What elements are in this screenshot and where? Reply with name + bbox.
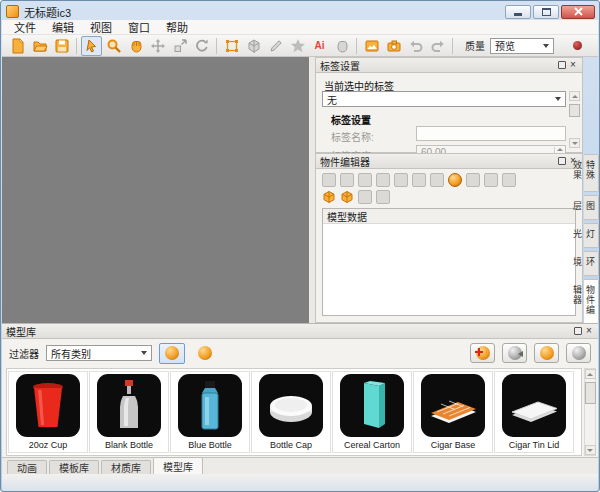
menu-help[interactable]: 帮助: [158, 19, 196, 35]
grab-tool-icon[interactable]: [331, 36, 352, 56]
thumbnail-label: 20oz Cup: [29, 440, 68, 450]
editor-tool-icon[interactable]: [502, 173, 516, 187]
editor-tool-icon[interactable]: [376, 173, 390, 187]
list-item[interactable]: Bottle Cap: [251, 371, 331, 453]
toolbar-separator: [356, 38, 357, 54]
draw-pen-icon[interactable]: [265, 36, 286, 56]
scroll-down-icon[interactable]: [569, 138, 580, 148]
menu-view[interactable]: 视图: [82, 19, 120, 35]
editor-tool-icon[interactable]: [394, 173, 408, 187]
extrude-3d-icon[interactable]: [243, 36, 264, 56]
list-item[interactable]: Blue Bottle: [170, 371, 250, 453]
maximize-button[interactable]: [533, 5, 559, 19]
tab-material-library[interactable]: 材质库: [101, 460, 151, 474]
camera-icon[interactable]: [383, 36, 404, 56]
menu-file[interactable]: 文件: [6, 19, 44, 35]
new-document-icon[interactable]: [7, 36, 28, 56]
ai-import-icon[interactable]: Ai: [309, 36, 330, 56]
scroll-down-icon[interactable]: [585, 445, 596, 455]
viewport-canvas[interactable]: [2, 57, 309, 323]
titlebar: 无标题ic3: [1, 1, 599, 20]
panel-close-icon[interactable]: ×: [570, 61, 578, 70]
star-shape-icon[interactable]: [287, 36, 308, 56]
panel-scrollbar[interactable]: [569, 91, 580, 148]
scroll-up-icon[interactable]: [569, 91, 580, 101]
snapshot-image-icon[interactable]: [361, 36, 382, 56]
list-item[interactable]: 20oz Cup: [8, 371, 88, 453]
orange-cube-icon[interactable]: [340, 190, 354, 208]
pan-hand-icon[interactable]: [125, 36, 146, 56]
scroll-thumb[interactable]: [585, 382, 596, 404]
pin-icon[interactable]: [558, 157, 566, 165]
undo-icon[interactable]: [405, 36, 426, 56]
maximize-icon: [542, 8, 551, 16]
delete-model-button[interactable]: [566, 343, 591, 363]
model-view-toggle[interactable]: [192, 343, 218, 364]
transform-box-icon[interactable]: [221, 36, 242, 56]
label-settings-group-title: 标签设置: [331, 112, 371, 127]
chevron-down-icon: [543, 44, 549, 48]
save-icon[interactable]: [51, 36, 72, 56]
quality-dropdown[interactable]: 预览: [490, 38, 554, 54]
tab-template-library[interactable]: 模板库: [49, 460, 99, 474]
scroll-thumb[interactable]: [569, 104, 580, 117]
rotate-tool-icon[interactable]: [191, 36, 212, 56]
side-tab-lights[interactable]: 灯光: [584, 223, 599, 248]
panel-close-icon[interactable]: ×: [586, 327, 594, 336]
editor-tool-icon[interactable]: [358, 190, 372, 204]
category-filter-value: 所有类别: [51, 346, 91, 361]
list-item[interactable]: Cigar Base: [413, 371, 493, 453]
editor-tool-icon[interactable]: [430, 173, 444, 187]
editor-tool-icon[interactable]: [322, 173, 336, 187]
tab-model-library[interactable]: 模型库: [153, 457, 203, 474]
side-tab-layers[interactable]: 图层: [584, 195, 599, 220]
import-model-button[interactable]: [502, 343, 527, 363]
orange-ball-icon[interactable]: [448, 173, 462, 187]
side-tab-special-effects[interactable]: 特殊效果: [584, 154, 599, 192]
select-tool-icon[interactable]: [81, 36, 102, 56]
side-tab-environment[interactable]: 环境: [584, 251, 599, 276]
list-item[interactable]: Cereal Carton: [332, 371, 412, 453]
toolbar-separator: [76, 38, 77, 54]
close-icon: [574, 7, 583, 16]
redo-icon[interactable]: [427, 36, 448, 56]
side-tab-strip: 特殊效果 图层 灯光 环境 物件编辑器: [584, 154, 599, 324]
editor-tool-icon[interactable]: [358, 173, 372, 187]
thumbnail-label: Blank Bottle: [105, 440, 153, 450]
editor-tool-icon[interactable]: [484, 173, 498, 187]
arrow-icon: [518, 351, 523, 357]
model-library-panel: 模型库 × 过滤器 所有类别: [2, 323, 598, 457]
pin-icon[interactable]: [558, 61, 566, 69]
pin-icon[interactable]: [574, 327, 582, 335]
orange-cube-icon[interactable]: [322, 190, 336, 208]
list-item[interactable]: Blank Bottle: [89, 371, 169, 453]
label-settings-title: 标签设置: [320, 58, 360, 73]
move-tool-icon[interactable]: [147, 36, 168, 56]
model-view-toggle-selected[interactable]: [159, 343, 185, 364]
menu-window[interactable]: 窗口: [120, 19, 158, 35]
editor-tool-icon[interactable]: [466, 173, 480, 187]
open-folder-icon[interactable]: [29, 36, 50, 56]
editor-tool-icon[interactable]: [340, 173, 354, 187]
main-toolbar: Ai 质量 预览: [2, 35, 598, 57]
editor-tool-icon[interactable]: [376, 190, 390, 204]
close-button[interactable]: [561, 5, 595, 19]
scroll-up-icon[interactable]: [585, 369, 596, 379]
library-scrollbar[interactable]: [584, 368, 596, 456]
plus-icon: [475, 348, 483, 356]
category-filter-dropdown[interactable]: 所有类别: [46, 345, 152, 361]
menu-edit[interactable]: 编辑: [44, 19, 82, 35]
editor-tool-icon[interactable]: [412, 173, 426, 187]
edit-model-button[interactable]: [534, 343, 559, 363]
zoom-tool-icon[interactable]: [103, 36, 124, 56]
add-model-button[interactable]: [470, 343, 495, 363]
minimize-button[interactable]: [505, 5, 531, 19]
model-data-tree[interactable]: 模型数据: [322, 208, 576, 316]
list-item[interactable]: Cigar Tin Lid: [494, 371, 574, 453]
current-label-dropdown[interactable]: 无: [322, 91, 566, 107]
scale-tool-icon[interactable]: [169, 36, 190, 56]
tab-animation[interactable]: 动画: [7, 460, 47, 474]
label-name-input[interactable]: [416, 126, 566, 141]
minimize-icon: [514, 13, 522, 16]
side-tab-object-editor[interactable]: 物件编辑器: [584, 279, 599, 324]
